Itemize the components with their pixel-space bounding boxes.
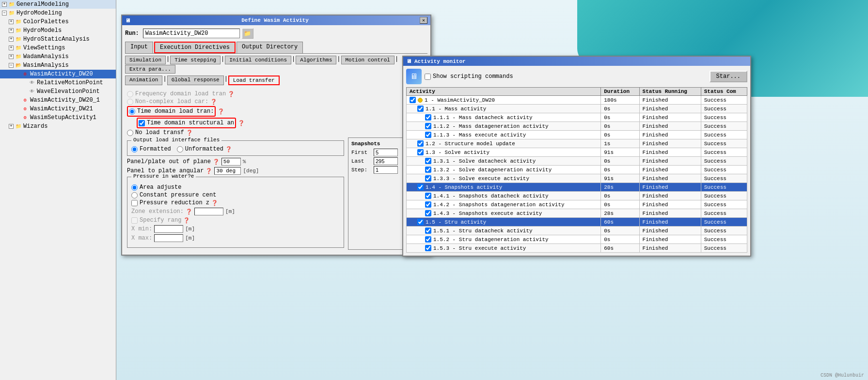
panel-plate-input[interactable] (221, 158, 241, 166)
wasim-dialog-close[interactable]: ✕ (420, 17, 427, 24)
cell-status-com-1: Success (701, 105, 747, 113)
row-check-11[interactable] (425, 193, 431, 199)
tree-item-wasimactivity_dw21[interactable]: ⚙WasimActivity_DW21 (0, 105, 116, 113)
expand-btn-generalmodeling[interactable]: + (2, 2, 7, 7)
snap-step-input[interactable] (374, 166, 398, 174)
help-icon-6[interactable]: ❓ (225, 146, 232, 152)
help-icon-2[interactable]: ❓ (210, 99, 217, 105)
help-icon-4[interactable]: ❓ (238, 120, 245, 126)
radio-no-load-input[interactable] (127, 130, 133, 136)
tree-item-hydromodeling[interactable]: −📁HydroModeling (0, 9, 116, 17)
tree-item-colorpalettes[interactable]: +📁ColorPalettes (0, 17, 116, 26)
row-check-5[interactable] (417, 140, 424, 147)
row-check-0[interactable] (410, 97, 416, 103)
help-icon-3[interactable]: ❓ (218, 108, 224, 115)
radio-no-load[interactable]: No load transf ❓ (127, 129, 426, 136)
row-check-3[interactable] (425, 123, 431, 129)
tree-item-hydrostaticanalysis[interactable]: +📁HydroStaticAnalysis (0, 35, 116, 44)
tab-output[interactable]: Output Directory (237, 42, 303, 53)
expand-btn-wizards[interactable]: + (9, 124, 14, 129)
snap-last-input[interactable] (374, 157, 398, 165)
radio-constant[interactable]: Constant pressure cent (131, 192, 340, 198)
radio-time-domain-input[interactable] (129, 108, 135, 115)
expand-btn-hydromodels[interactable]: + (9, 28, 14, 33)
expand-btn-hydrostaticanalysis[interactable]: + (9, 37, 14, 42)
checkbox-pressure-reduction[interactable]: Pressure reduction z ❓ (131, 199, 340, 206)
radio-constant-input[interactable] (131, 192, 138, 198)
help-icon-1[interactable]: ❓ (228, 91, 235, 97)
time-domain-highlighted: Time domain load tran: (127, 106, 216, 117)
row-check-10[interactable] (417, 184, 424, 190)
radio-area[interactable]: Area adjuste (131, 184, 340, 191)
subtab-initialconditions[interactable]: Initial conditions (225, 56, 291, 64)
help-icon-11[interactable]: ❓ (183, 217, 190, 224)
tab-input[interactable]: Input (125, 42, 153, 53)
monitor-titlebar[interactable]: 🖥 Activity monitor (403, 57, 750, 66)
row-check-14[interactable] (417, 219, 424, 225)
expand-btn-hydromodeling[interactable]: − (2, 11, 7, 15)
tree-item-wasimactivity_dw20[interactable]: ⚙WasimActivity_DW20 (0, 70, 116, 78)
row-check-17[interactable] (425, 245, 431, 251)
row-check-12[interactable] (425, 201, 431, 208)
help-icon-9[interactable]: ❓ (211, 200, 218, 206)
tree-item-wasimsetupactivity1[interactable]: ⚙WasimSetupActivity1 (0, 113, 116, 122)
subtab-globalresponse[interactable]: Global response (167, 76, 224, 85)
tree-item-relativemotionpoint[interactable]: 👁RelativeMotionPoint (0, 78, 116, 87)
tree-item-hydromodels[interactable]: +📁HydroModels (0, 26, 116, 35)
row-check-4[interactable] (425, 132, 431, 138)
subtab-motioncontrol[interactable]: Motion control (341, 56, 395, 64)
tree-item-wadamanalysis[interactable]: +📁WadamAnalysis (0, 52, 116, 61)
panel-angular-input[interactable] (214, 167, 241, 175)
tree-item-waveelevationpoint[interactable]: 👁WaveElevationPoint (0, 87, 116, 96)
row-check-6[interactable] (417, 149, 424, 155)
help-icon-10[interactable]: ❓ (186, 209, 192, 215)
checkbox-pressure-reduction-input[interactable] (131, 200, 138, 206)
subtab-simulation[interactable]: Simulation (125, 56, 166, 64)
expand-btn-wasimanalysis[interactable]: − (9, 63, 14, 68)
radio-freq-domain-input[interactable] (127, 91, 133, 97)
expand-btn-colorpalettes[interactable]: + (9, 19, 14, 24)
run-icon-button[interactable]: 📁 (242, 28, 253, 39)
radio-non-complex-input[interactable] (127, 99, 133, 105)
tree-item-generalmodeling[interactable]: +📁GeneralModeling (0, 0, 116, 9)
row-check-1[interactable] (417, 106, 424, 112)
row-check-16[interactable] (425, 236, 431, 243)
help-icon-5[interactable]: ❓ (186, 130, 193, 136)
checkbox-time-structural[interactable]: Time domain structural an ❓ (127, 118, 426, 128)
row-check-2[interactable] (425, 114, 431, 121)
expand-btn-wadamanalysis[interactable]: + (9, 54, 14, 59)
run-input[interactable] (143, 29, 240, 38)
tree-item-wizards[interactable]: +📁Wizards (0, 122, 116, 131)
subtab-extraparams[interactable]: Extra para... (125, 65, 175, 74)
tree-icon-wasimactivity_dw20_1: ⚙ (21, 96, 29, 104)
subtab-loadtransfer[interactable]: Load transfer (228, 76, 280, 85)
row-check-13[interactable] (425, 210, 431, 216)
snap-first-input[interactable] (374, 149, 398, 156)
subtab-animation[interactable]: Animation (125, 76, 162, 85)
monitor-row-3: 1.1.2 - Mass datageneration activity0sFi… (407, 122, 747, 131)
row-check-8[interactable] (425, 167, 431, 173)
help-icon-7[interactable]: ❓ (213, 159, 220, 165)
radio-time-domain[interactable]: Time domain load tran: ❓ (127, 106, 426, 117)
wasim-dialog-titlebar[interactable]: 🖥 Define Wasim Activity ✕ (122, 15, 430, 25)
tree-item-viewsettings[interactable]: +📁ViewSettings (0, 44, 116, 52)
row-check-7[interactable] (425, 158, 431, 164)
checkbox-time-structural-input[interactable] (139, 120, 145, 126)
radio-formatted-input[interactable] (131, 146, 138, 152)
help-icon-8[interactable]: ❓ (205, 168, 212, 174)
tree-item-wasimactivity_dw20_1[interactable]: ⚙WasimActivity_DW20_1 (0, 96, 116, 105)
tree-item-wasimanalysis[interactable]: −📂WasimAnalysis (0, 61, 116, 70)
radio-non-complex[interactable]: Non-complex load car: ❓ (127, 98, 426, 105)
radio-unformatted-input[interactable] (177, 146, 183, 152)
tab-execution[interactable]: Execution Directives (154, 42, 236, 53)
row-check-9[interactable] (425, 175, 431, 182)
start-button[interactable]: Star... (710, 71, 747, 82)
radio-formatted[interactable]: Formatted Unformatted ❓ (131, 146, 340, 152)
radio-freq-domain[interactable]: Frequency domain load tran ❓ (127, 91, 426, 97)
subtab-algorithms[interactable]: Algorithms (296, 56, 336, 64)
show-scripting-check[interactable] (425, 74, 431, 80)
subtab-timestepping[interactable]: Time stepping (170, 56, 221, 64)
row-check-15[interactable] (425, 228, 431, 234)
expand-btn-viewsettings[interactable]: + (9, 46, 14, 50)
radio-area-input[interactable] (131, 184, 138, 191)
